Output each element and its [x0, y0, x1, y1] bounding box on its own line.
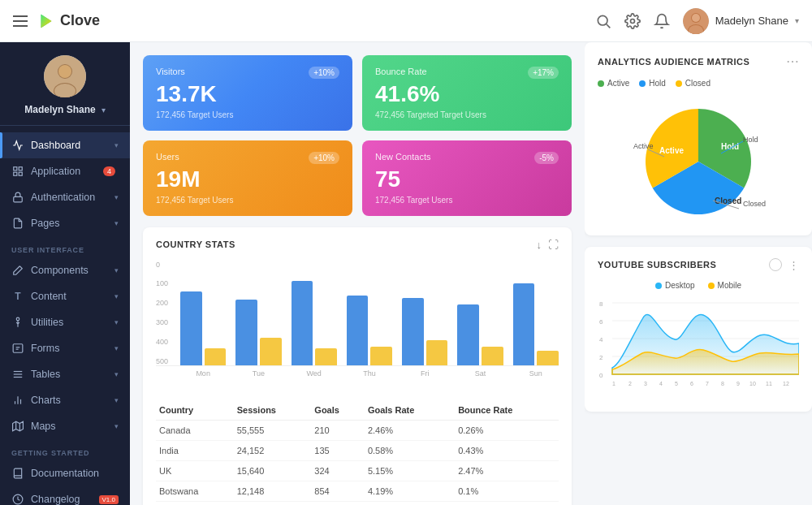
sidebar-item-charts[interactable]: Charts ▾	[0, 387, 130, 413]
table-header-goals-rate: Goals Rate	[365, 400, 455, 421]
expand-icon[interactable]: ⛶	[548, 239, 559, 251]
stat-card-users-badge: +10%	[309, 152, 339, 164]
svg-text:12: 12	[783, 381, 789, 386]
pages-arrow: ▾	[114, 219, 119, 227]
sidebar-label-forms: Forms	[31, 343, 114, 354]
analytics-title: ANALYTICS AUDIENCE MATRICS	[598, 57, 749, 67]
sidebar-item-authentication[interactable]: Authentication ▾	[0, 184, 130, 210]
getting-started-title: GETTING STARTED	[0, 439, 130, 460]
table-row: India24,1521350.58%0.43%	[156, 440, 559, 460]
table-header-country: Country	[156, 400, 234, 421]
xlabel-sat: Sat	[457, 369, 503, 378]
sidebar-item-documentation[interactable]: Documentation	[0, 460, 130, 486]
svg-text:5: 5	[675, 381, 678, 386]
hamburger-button[interactable]	[13, 15, 28, 27]
yt-area-chart: 8 6 4 2 0	[598, 295, 799, 392]
search-icon[interactable]	[595, 13, 611, 29]
logo-icon	[37, 12, 55, 30]
stat-card-visitors-sub: 172,456 Target Users	[156, 110, 339, 119]
sidebar-label-charts: Charts	[31, 395, 114, 406]
yt-legend: Desktop Mobile	[598, 281, 799, 290]
bar-blue-sat	[457, 304, 479, 365]
table-cell-r3c4: 0.1%	[455, 481, 559, 501]
yt-desktop-label: Desktop	[665, 281, 695, 290]
sidebar-label-maps: Maps	[31, 421, 114, 432]
bar-group-mon	[180, 291, 226, 365]
svg-line-3	[606, 24, 610, 28]
download-icon[interactable]: ↓	[537, 239, 542, 251]
legend-hold: Hold	[639, 79, 666, 88]
sidebar-item-changelog[interactable]: Changelog V1.0	[0, 486, 130, 505]
table-cell-r1c0: India	[156, 440, 234, 460]
legend-closed-label: Closed	[685, 79, 710, 88]
bar-group-wed	[292, 281, 337, 365]
svg-text:2: 2	[599, 354, 603, 361]
sidebar-label-content: Content	[31, 291, 114, 302]
stats-table-header-row: CountrySessionsGoalsGoals RateBounce Rat…	[156, 400, 559, 421]
table-cell-r0c2: 210	[311, 420, 365, 440]
table-cell-r1c1: 24,152	[234, 440, 312, 460]
analytics-panel: ANALYTICS AUDIENCE MATRICS ⋯ Active Hold…	[585, 42, 812, 235]
sidebar-username: Madelyn Shane	[24, 104, 95, 115]
svg-text:1: 1	[612, 381, 615, 386]
components-icon	[11, 264, 24, 277]
table-cell-r0c1: 55,555	[234, 420, 312, 440]
yt-circle-button[interactable]	[769, 258, 782, 271]
bar-group-sun	[513, 283, 559, 365]
svg-rect-24	[13, 344, 23, 353]
table-cell-r2c1: 15,640	[234, 460, 312, 481]
forms-icon	[11, 342, 24, 355]
user-avatar-top	[683, 8, 709, 34]
table-cell-r2c2: 324	[311, 460, 365, 481]
dashboard-icon	[11, 139, 24, 152]
svg-text:6: 6	[690, 381, 693, 386]
analytics-more-icon[interactable]: ⋯	[786, 54, 799, 69]
bar-group-fri	[402, 298, 447, 365]
sidebar-user-section: Madelyn Shane ▾	[0, 42, 130, 126]
stat-card-users-sub: 172,456 Target Users	[156, 196, 339, 205]
bar-group-sat	[457, 304, 503, 365]
sidebar-item-maps[interactable]: Maps ▾	[0, 413, 130, 439]
svg-point-4	[630, 19, 634, 23]
stat-card-bounce-value: 41.6%	[375, 82, 559, 107]
bar-chart-xlabels: MonTueWedThuFriSatSun	[156, 369, 559, 378]
sidebar-label-application: Application	[31, 166, 103, 177]
forms-arrow: ▾	[114, 344, 119, 352]
sidebar-label-components: Components	[31, 265, 114, 276]
sidebar-label-tables: Tables	[31, 369, 114, 380]
layout: Madelyn Shane ▾ Dashboard ▾ Application …	[0, 42, 812, 505]
topnav-left: Clove	[13, 12, 100, 30]
bar-blue-thu	[347, 296, 369, 365]
dashboard-arrow: ▾	[114, 141, 119, 149]
sidebar-item-utilities[interactable]: Utilities ▾	[0, 309, 130, 335]
settings-icon[interactable]	[624, 13, 641, 29]
bar-yellow-fri	[426, 340, 448, 365]
sidebar-item-pages[interactable]: Pages ▾	[0, 210, 130, 236]
sidebar-item-components[interactable]: Components ▾	[0, 257, 130, 283]
stat-card-contacts-sub: 172,456 Target Users	[375, 196, 559, 205]
bar-yellow-sat	[482, 347, 503, 365]
right-panel: ANALYTICS AUDIENCE MATRICS ⋯ Active Hold…	[585, 42, 812, 505]
stat-cards-grid: Visitors +10% 13.7K 172,456 Target Users…	[143, 55, 572, 216]
application-icon	[11, 165, 24, 178]
stat-card-visitors: Visitors +10% 13.7K 172,456 Target Users	[143, 55, 352, 131]
xlabel-mon: Mon	[180, 369, 226, 378]
sidebar-item-content[interactable]: T Content ▾	[0, 283, 130, 309]
svg-rect-18	[19, 172, 22, 175]
sidebar-item-forms[interactable]: Forms ▾	[0, 335, 130, 361]
table-cell-r2c3: 5.15%	[365, 460, 455, 481]
yt-legend-desktop: Desktop	[655, 281, 695, 290]
table-cell-r1c4: 0.43%	[455, 440, 559, 460]
sidebar-item-tables[interactable]: Tables ▾	[0, 361, 130, 387]
user-area[interactable]: Madelyn Shane ▾	[683, 8, 799, 34]
stat-card-users-title: Users	[156, 152, 179, 162]
bar-yellow-mon	[205, 348, 227, 365]
yt-more-icon[interactable]: ⋮	[788, 259, 799, 271]
yt-chart-container: 8 6 4 2 0	[598, 295, 799, 400]
svg-text:Closed: Closed	[715, 196, 741, 205]
sidebar-item-application[interactable]: Application 4	[0, 158, 130, 184]
sidebar-item-dashboard[interactable]: Dashboard ▾	[0, 132, 130, 158]
bell-icon[interactable]	[654, 13, 670, 29]
svg-text:7: 7	[706, 381, 709, 386]
table-cell-r1c3: 0.58%	[365, 440, 455, 460]
